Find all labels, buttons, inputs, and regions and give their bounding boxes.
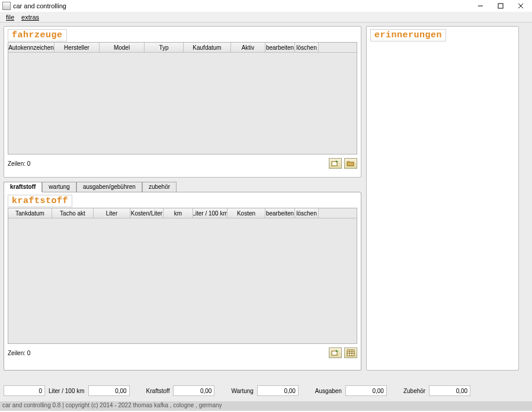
col-autokennzeichen[interactable]: Autokennzeichen: [8, 43, 55, 52]
menu-file[interactable]: file: [2, 14, 18, 21]
col-typ[interactable]: Typ: [145, 43, 184, 52]
tab-ausgaben[interactable]: ausgaben/gebühren: [76, 182, 142, 192]
col-km[interactable]: km: [164, 208, 193, 218]
vehicles-panel: fahrzeuge Autokennzeichen Hersteller Mod…: [4, 26, 361, 178]
svg-rect-6: [347, 350, 354, 356]
window-title: car and controlling: [13, 2, 470, 9]
svg-rect-1: [498, 4, 503, 8]
col-kostenliter[interactable]: Kosten/Liter: [130, 208, 164, 218]
tab-strip: kraftstoff wartung ausgaben/gebühren zub…: [4, 181, 361, 192]
fuel-table: Tankdatum Tacho akt Liter Kosten/Liter k…: [8, 208, 357, 344]
status-kraftstoff-label: Kraftstoff: [145, 388, 171, 394]
add-icon: [331, 160, 339, 167]
status-wartung-label: Wartung: [230, 388, 254, 394]
col-aktiv[interactable]: Aktiv: [231, 43, 265, 52]
status-field-0: 0: [4, 385, 45, 396]
footer-text: car and controlling 0.8 | copyright (c) …: [0, 401, 532, 411]
vehicles-add-button[interactable]: [329, 158, 342, 169]
col-fuel-loeschen[interactable]: löschen: [295, 208, 319, 218]
fuel-panel: kraftstoff Tankdatum Tacho akt Liter Kos…: [4, 192, 361, 371]
menu-extras[interactable]: extras: [18, 14, 43, 21]
status-zubehor-label: Zubehör: [402, 388, 427, 394]
col-fuel-bearbeiten[interactable]: bearbeiten: [265, 208, 295, 218]
status-liter100km-label: Liter / 100 km: [47, 388, 86, 394]
vehicles-title: fahrzeuge: [8, 29, 67, 41]
maximize-button[interactable]: [491, 0, 511, 12]
reminders-panel: erinnerungen: [366, 26, 519, 371]
add-icon: [331, 349, 339, 356]
col-liter100km[interactable]: Liter / 100 km: [193, 208, 227, 218]
vehicles-table-header: Autokennzeichen Hersteller Model Typ Kau…: [8, 43, 357, 53]
svg-rect-4: [332, 162, 337, 166]
folder-icon: [347, 160, 355, 167]
grid-icon: [347, 349, 355, 356]
fuel-add-button[interactable]: [329, 347, 342, 358]
col-tankdatum[interactable]: Tankdatum: [8, 208, 52, 218]
main-content: fahrzeuge Autokennzeichen Hersteller Mod…: [0, 22, 532, 401]
tabs-holder: kraftstoff wartung ausgaben/gebühren zub…: [4, 181, 361, 371]
fuel-title: kraftstoff: [8, 195, 72, 207]
status-zubehor-value: 0,00: [429, 385, 470, 396]
col-tacho[interactable]: Tacho akt: [52, 208, 94, 218]
col-loeschen[interactable]: löschen: [295, 43, 319, 52]
tab-kraftstoff[interactable]: kraftstoff: [4, 182, 42, 192]
menu-bar: file extras: [0, 12, 532, 22]
col-kaufdatum[interactable]: Kaufdatum: [184, 43, 231, 52]
status-wartung-value: 0,00: [257, 385, 299, 396]
status-row: 0 Liter / 100 km 0,00 Kraftstoff 0,00 Wa…: [4, 385, 528, 397]
col-hersteller[interactable]: Hersteller: [55, 43, 100, 52]
title-bar: car and controlling: [0, 0, 532, 12]
svg-rect-5: [332, 351, 337, 355]
app-icon: [2, 2, 11, 10]
fuel-calc-button[interactable]: [344, 347, 357, 358]
fuel-rows-count: Zeilen: 0: [8, 350, 326, 356]
tab-wartung[interactable]: wartung: [42, 182, 76, 192]
status-liter100km-value: 0,00: [88, 385, 130, 396]
col-kosten[interactable]: Kosten: [227, 208, 265, 218]
tab-zubehor[interactable]: zubehör: [142, 182, 177, 192]
minimize-button[interactable]: [470, 0, 491, 12]
col-bearbeiten[interactable]: bearbeiten: [265, 43, 295, 52]
col-liter[interactable]: Liter: [94, 208, 130, 218]
col-model[interactable]: Model: [100, 43, 145, 52]
reminders-title: erinnerungen: [370, 29, 446, 41]
vehicles-table: Autokennzeichen Hersteller Model Typ Kau…: [8, 42, 357, 154]
status-ausgaben-label: Ausgaben: [314, 388, 343, 394]
status-ausgaben-value: 0,00: [345, 385, 387, 396]
fuel-table-header: Tankdatum Tacho akt Liter Kosten/Liter k…: [8, 208, 357, 218]
status-kraftstoff-value: 0,00: [173, 385, 214, 396]
vehicles-rows-count: Zeilen: 0: [8, 160, 326, 167]
close-button[interactable]: [511, 0, 531, 12]
vehicles-open-button[interactable]: [344, 158, 357, 169]
